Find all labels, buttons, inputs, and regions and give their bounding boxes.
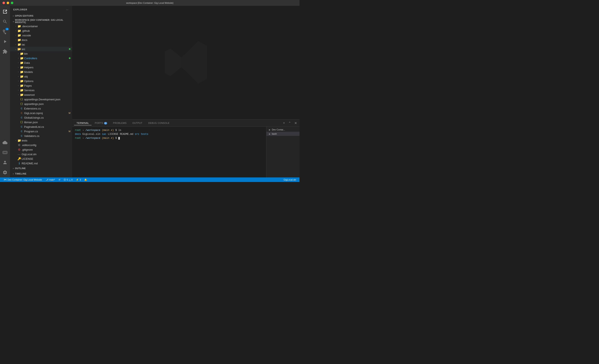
tree-item-libman[interactable]: › {} libman.json — [10, 120, 72, 125]
tree-item-label: .gitignore — [22, 148, 72, 151]
branch-icon: ⎇ — [46, 178, 48, 181]
tree-item-data[interactable]: › 📁 Data — [10, 60, 72, 65]
tab-output[interactable]: OUTPUT — [130, 121, 145, 125]
tab-ports[interactable]: PORTS3 — [92, 121, 110, 125]
modified-dot — [69, 48, 70, 50]
sidebar-title: EXPLORER — [13, 8, 27, 11]
terminal-right-item-bash[interactable]: ▶ bash — [266, 132, 300, 136]
tab-problems[interactable]: PROBLEMS — [110, 121, 129, 125]
folder-icon: 📁 — [20, 61, 23, 64]
chevron-icon: › — [17, 79, 20, 83]
terminal-right-icon: ▶ — [269, 133, 271, 135]
cs-icon: C — [20, 107, 23, 110]
search-icon[interactable] — [0, 17, 10, 27]
tree-item-label: .devcontainer — [22, 25, 72, 28]
folder-icon: 📁 — [20, 52, 23, 55]
term-path: /workspace — [85, 129, 100, 132]
maximize-button[interactable] — [11, 2, 13, 4]
tree-item-label: Models — [24, 70, 72, 74]
tree-item-extensions-cs[interactable]: › C Extensions.cs — [10, 106, 72, 111]
tree-item-validators[interactable]: › C Validators.cs — [10, 134, 72, 138]
tree-item-label: GigLocal.sln — [22, 153, 72, 156]
outline-section[interactable]: › OUTLINE — [10, 166, 72, 171]
main-layout: 3 EXPLORER ··· › — [0, 6, 300, 178]
tree-item-label: appsettings.Development.json — [24, 98, 72, 101]
tree-item-paginatedlist[interactable]: › C PaginatedList.cs — [10, 125, 72, 129]
tree-item-label: Data — [24, 61, 72, 64]
tree-item-label: GlobalUsings.cs — [24, 116, 72, 119]
tree-item-wwwroot[interactable]: › 📁 wwwroot — [10, 93, 72, 97]
tree-item-readme[interactable]: › ℹ README.md — [10, 161, 72, 166]
tree-item-docs[interactable]: › 📁 docs — [10, 38, 72, 42]
workspace-section[interactable]: ⌄ WORKSPACE [DEV CONTAINER: GIG LOCAL WE… — [10, 18, 72, 24]
tree-item-label: Program.cs — [24, 130, 72, 133]
folder-icon: 📁 — [18, 38, 21, 42]
tree-item-appsettings-dev[interactable]: › {} appsettings.Development.json — [10, 97, 72, 102]
settings-icon[interactable] — [0, 168, 10, 178]
add-terminal-button[interactable]: + — [282, 121, 286, 125]
ports-icon[interactable] — [0, 147, 10, 158]
remote-explorer-icon[interactable] — [0, 137, 10, 147]
split-terminal-button[interactable]: ⌃ — [287, 121, 292, 126]
tree-item-services[interactable]: › 📁 Services — [10, 88, 72, 93]
tree-item-pages[interactable]: › 📁 Pages — [10, 83, 72, 88]
json-icon: {} — [20, 102, 23, 106]
minimize-button[interactable] — [7, 2, 9, 4]
tree-item-helpers[interactable]: › 📁 Helpers — [10, 65, 72, 70]
terminal-body: root → /workspace (main ✗) $ ls docs Gig… — [72, 127, 300, 178]
tree-item-gitignore[interactable]: › ⚙ .gitignore — [10, 147, 72, 152]
tree-item-tests[interactable]: › 📁 tests — [10, 138, 72, 143]
tab-debug-console[interactable]: DEBUG CONSOLE — [146, 121, 172, 125]
tree-item-vscode[interactable]: › 📁 .vscode — [10, 33, 72, 38]
statusbar-errors-label: 0 — [67, 178, 68, 181]
json-icon: {} — [20, 120, 23, 124]
tree-item-appsettings[interactable]: › {} appsettings.json — [10, 102, 72, 106]
statusbar-remote[interactable]: >< Dev Container: Gig Local Website — [2, 178, 44, 182]
tree-item-giglocal-sln[interactable]: › — GigLocal.sln — [10, 152, 72, 156]
statusbar-branch[interactable]: ⎇ main* — [44, 178, 57, 182]
statusbar-bell[interactable]: 🔔 — [83, 178, 89, 182]
error-icon: ⓪ — [64, 178, 66, 181]
tree-item-editorconfig[interactable]: › ⚙ .editorconfig — [10, 143, 72, 147]
statusbar-ports[interactable]: ⚡ 3 — [74, 178, 83, 182]
ports-icon: ⚡ — [76, 178, 79, 181]
tree-item-src[interactable]: ⌄ 📂 src — [10, 47, 72, 51]
tree-item-controllers[interactable]: › 📁 Controllers — [10, 56, 72, 60]
terminal-content[interactable]: root → /workspace (main ✗) $ ls docs Gig… — [72, 127, 266, 178]
cs-icon: C — [20, 125, 23, 128]
source-control-icon[interactable]: 3 — [0, 27, 10, 37]
sidebar: EXPLORER ··· › OPEN EDITORS ⌄ WORKSPACE … — [10, 6, 72, 178]
statusbar-sync[interactable]: ↺ — [57, 178, 62, 182]
folder-icon: 📁 — [20, 57, 23, 60]
workspace-chevron: ⌄ — [12, 19, 15, 23]
tree-item-bin[interactable]: › 📁 bin — [10, 51, 72, 56]
more-actions-button[interactable]: ··· — [66, 8, 69, 12]
window-title: workspace [Dev Container: Gig Local Webs… — [126, 2, 173, 4]
term-cmd: ls — [118, 129, 121, 132]
tree-item-models[interactable]: › 📁 Models — [10, 70, 72, 74]
tab-terminal[interactable]: TERMINAL — [74, 121, 91, 125]
tree-item-options[interactable]: › 📁 Options — [10, 79, 72, 83]
accounts-icon[interactable] — [0, 158, 10, 168]
close-button[interactable] — [2, 2, 5, 4]
tree-item-program-cs[interactable]: › C Program.cs M — [10, 129, 72, 134]
tree-item-giglocal-csproj[interactable]: › C GigLocal.csproj M — [10, 111, 72, 115]
terminal-right-item-devcontainer[interactable]: ▶ Dev Contai... — [266, 127, 300, 132]
statusbar-sln[interactable]: GigLocal.sln — [282, 178, 298, 182]
run-debug-icon[interactable] — [0, 37, 10, 47]
tree-item-license[interactable]: › 🔑 LICENSE — [10, 156, 72, 161]
statusbar-errors[interactable]: ⓪ 0 △ 0 — [62, 178, 74, 182]
extensions-icon[interactable] — [0, 47, 10, 57]
tree-item-devcontainer[interactable]: › 📁 .devcontainer — [10, 24, 72, 28]
explorer-icon[interactable] — [0, 7, 10, 17]
close-panel-button[interactable]: ✕ — [293, 121, 298, 126]
folder-icon: 📁 — [18, 25, 21, 28]
tree-item-globalusings[interactable]: › C GlobalUsings.cs — [10, 115, 72, 120]
tree-item-iac[interactable]: › 📁 iac — [10, 42, 72, 47]
tree-item-obj[interactable]: › 📁 obj — [10, 74, 72, 79]
tree-item-github[interactable]: › 📁 .github — [10, 28, 72, 33]
tree-item-label: PaginatedList.cs — [24, 125, 72, 128]
modified-dot — [69, 57, 70, 59]
open-editors-section[interactable]: › OPEN EDITORS — [10, 13, 72, 18]
timeline-section[interactable]: › TIMELINE — [10, 171, 72, 176]
